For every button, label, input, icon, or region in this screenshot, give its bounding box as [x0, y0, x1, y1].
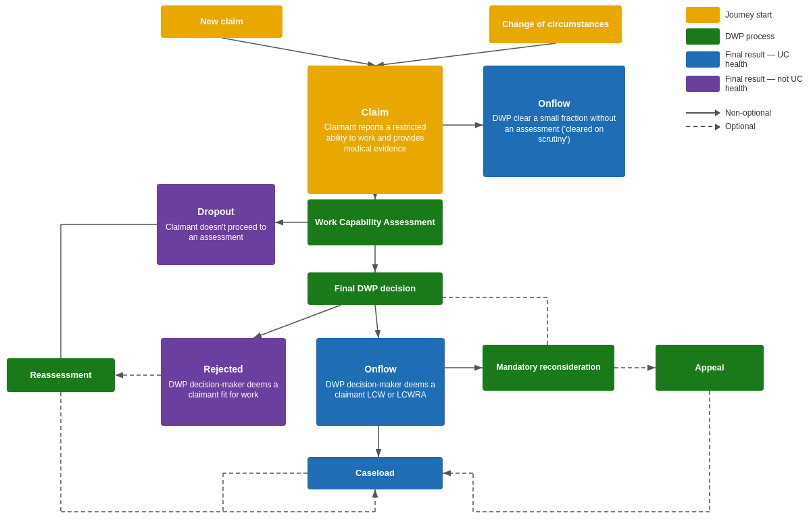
new-claim-node: New claim — [161, 5, 282, 38]
legend-final-uc: Final result — UC health — [686, 50, 804, 69]
appeal-node: Appeal — [656, 345, 764, 391]
reassessment-node: Reassessment — [7, 358, 115, 392]
legend-final-not-uc: Final result — not UC health — [686, 74, 804, 93]
legend-optional: Optional — [686, 122, 804, 131]
svg-line-2 — [222, 38, 376, 66]
claim-node: Claim Claimant reports a restricted abil… — [308, 66, 443, 194]
final-dwp-node: Final DWP decision — [308, 272, 443, 305]
legend-green-box — [686, 28, 720, 45]
legend-dashed-line — [686, 126, 720, 127]
wca-node: Work Capability Assessment — [308, 199, 443, 245]
svg-line-3 — [376, 43, 556, 66]
rejected-node: Rejected DWP decision-maker deems a clai… — [161, 338, 286, 426]
legend-solid-line — [686, 112, 720, 114]
diagram-container: New claim Change of circumstances Claim … — [0, 0, 811, 532]
legend-journey-start: Journey start — [686, 7, 804, 23]
legend-dwp-process: DWP process — [686, 28, 804, 45]
legend-gold-box — [686, 7, 720, 23]
legend-blue-box — [686, 51, 720, 68]
onflow-top-node: Onflow DWP clear a small fraction withou… — [483, 66, 625, 177]
svg-line-9 — [375, 305, 378, 338]
svg-line-8 — [253, 305, 341, 338]
onflow-bottom-node: Onflow DWP decision-maker deems a claima… — [316, 338, 445, 426]
dropout-node: Dropout Claimant doesn't proceed to an a… — [157, 184, 275, 265]
change-circumstances-node: Change of circumstances — [489, 5, 622, 43]
mandatory-reconsideration-node: Mandatory reconsideration — [483, 345, 614, 391]
caseload-node: Caseload — [308, 457, 443, 489]
legend-purple-box — [686, 76, 720, 92]
legend: Journey start DWP process Final result —… — [686, 7, 804, 135]
legend-non-optional: Non-optional — [686, 108, 804, 118]
